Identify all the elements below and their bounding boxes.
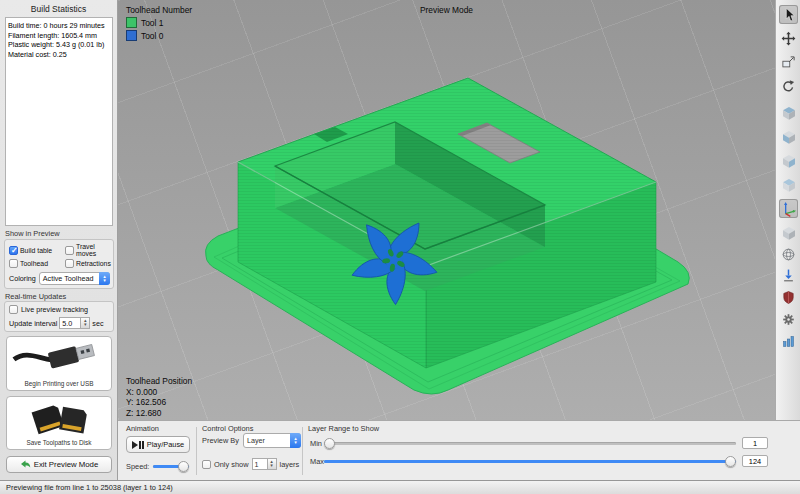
update-interval-label: Update interval — [9, 319, 57, 328]
update-interval-unit: sec — [92, 319, 103, 328]
play-pause-icon — [132, 441, 144, 449]
statistics-button[interactable] — [779, 332, 798, 351]
stat-plastic-weight: Plastic weight: 5.43 g (0.01 lb) — [8, 40, 110, 50]
toolhead-position-readout: Toolhead Position X: 0.000 Y: 162.506 Z:… — [126, 376, 192, 418]
toolhead-position-title: Toolhead Position — [126, 376, 192, 387]
toolhead-y: Y: 162.506 — [126, 397, 192, 408]
model-view-button[interactable] — [779, 223, 798, 242]
panel-title: Build Statistics — [0, 4, 117, 14]
front-view-cube-icon — [781, 129, 797, 145]
axes-toggle-button[interactable] — [779, 199, 798, 218]
save-toolpaths-button[interactable]: Save Toolpaths to Disk — [6, 396, 112, 450]
legend-item-tool1: Tool 1 — [126, 17, 192, 28]
section-divider — [196, 427, 197, 475]
sd-cards-icon — [11, 399, 107, 438]
min-slider-thumb[interactable] — [324, 438, 335, 449]
stat-material-cost: Material cost: 0.25 — [8, 50, 110, 60]
live-preview-tracking-row[interactable]: Live preview tracking — [9, 305, 113, 314]
retractions-checkbox[interactable] — [65, 259, 74, 268]
cross-section-button[interactable] — [779, 245, 798, 264]
retractions-label: Retractions — [76, 260, 111, 267]
update-interval-input[interactable]: 5.0 — [59, 317, 81, 329]
cursor-tool-button[interactable] — [779, 5, 798, 24]
view-side-button[interactable] — [779, 151, 798, 170]
coloring-dropdown[interactable]: Active Toolhead ▲▼ — [39, 272, 110, 285]
travel-moves-label: Travel moves — [76, 243, 113, 257]
control-options-title: Control Options — [202, 424, 253, 433]
settings-button[interactable] — [779, 310, 798, 329]
coloring-label: Coloring — [9, 274, 36, 283]
side-view-cube-icon — [781, 153, 797, 169]
import-model-button[interactable] — [779, 266, 798, 285]
preview-3d-viewport[interactable]: Preview Mode Toolhead Number Tool 1 Tool… — [118, 0, 775, 420]
speed-slider-thumb[interactable] — [178, 461, 189, 472]
gear-icon — [781, 312, 796, 327]
zoom-region-icon — [781, 55, 796, 70]
section-divider — [302, 427, 303, 475]
cursor-icon — [781, 7, 797, 23]
only-show-unit: layers — [280, 460, 300, 469]
stat-filament-length: Filament length: 1605.4 mm — [8, 31, 110, 41]
exit-preview-mode-button[interactable]: Exit Preview Mode — [6, 456, 112, 473]
pan-icon — [781, 31, 796, 46]
view-top-button[interactable] — [779, 175, 798, 194]
toolhead-checkbox[interactable] — [9, 259, 18, 268]
model-cube-icon — [781, 225, 797, 241]
travel-moves-checkbox[interactable] — [65, 246, 74, 255]
legend-title: Toolhead Number — [126, 5, 192, 15]
min-layer-slider[interactable] — [324, 438, 736, 449]
pan-tool-button[interactable] — [779, 29, 798, 48]
status-bar: Previewing file from line 1 to 25038 (la… — [0, 480, 800, 494]
only-show-label: Only show — [214, 460, 249, 469]
only-show-input[interactable]: 1 — [252, 458, 268, 470]
legend-item-tool0: Tool 0 — [126, 30, 192, 41]
green-back-arrow-icon — [20, 460, 31, 469]
cross-section-icon — [781, 247, 796, 262]
printed-model — [118, 0, 775, 420]
dropdown-arrows-icon: ▲▼ — [290, 433, 301, 448]
supports-shield-icon — [781, 290, 796, 305]
import-arrow-icon — [781, 268, 796, 283]
checkbox-toolhead[interactable]: Toolhead — [9, 259, 65, 268]
axes-icon — [781, 201, 797, 217]
checkbox-retractions[interactable]: Retractions — [65, 259, 113, 268]
toolhead-label: Toolhead — [20, 260, 48, 267]
max-slider-thumb[interactable] — [725, 456, 736, 467]
live-preview-checkbox[interactable] — [9, 305, 18, 314]
rotate-tool-button[interactable] — [779, 77, 798, 96]
update-interval-stepper[interactable]: ▲▼ — [81, 317, 90, 329]
preview-by-label: Preview By — [202, 436, 239, 445]
tool0-label: Tool 0 — [141, 31, 163, 41]
show-in-preview-label: Show in Preview — [5, 229, 60, 238]
min-layer-input[interactable]: 1 — [742, 437, 768, 449]
max-layer-slider[interactable] — [324, 456, 736, 467]
toolhead-z: Z: 12.680 — [126, 408, 192, 419]
play-pause-button[interactable]: Play/Pause — [126, 436, 190, 453]
zoom-region-tool-button[interactable] — [779, 53, 798, 72]
max-label: Max — [310, 457, 324, 466]
tool1-label: Tool 1 — [141, 18, 163, 28]
realtime-updates-label: Real-time Updates — [5, 292, 66, 301]
view-toolbar — [775, 0, 800, 420]
view-iso-button[interactable] — [779, 103, 798, 122]
supports-button[interactable] — [779, 288, 798, 307]
speed-slider[interactable] — [153, 461, 189, 472]
exit-button-label: Exit Preview Mode — [34, 460, 99, 469]
only-show-checkbox[interactable] — [202, 460, 211, 469]
build-stats-box: Build time: 0 hours 29 minutes Filament … — [5, 17, 113, 226]
show-in-preview-group: Build table Travel moves Toolhead Retrac… — [4, 239, 114, 289]
begin-printing-usb-button[interactable]: Begin Printing over USB — [6, 336, 112, 391]
checkbox-travel-moves[interactable]: Travel moves — [65, 243, 113, 257]
view-front-button[interactable] — [779, 127, 798, 146]
top-view-cube-icon — [781, 177, 797, 193]
preview-by-dropdown[interactable]: Layer ▲▼ — [243, 433, 301, 448]
usb-button-caption: Begin Printing over USB — [25, 379, 94, 388]
max-layer-input[interactable]: 124 — [742, 455, 768, 467]
toolhead-x: X: 0.000 — [126, 387, 192, 398]
checkbox-build-table[interactable]: Build table — [9, 243, 65, 257]
animation-section-title: Animation — [126, 424, 159, 433]
build-table-checkbox[interactable] — [9, 246, 18, 255]
usb-cable-icon — [11, 339, 107, 379]
stats-bars-icon — [781, 334, 796, 349]
only-show-stepper[interactable]: ▲▼ — [268, 458, 277, 470]
